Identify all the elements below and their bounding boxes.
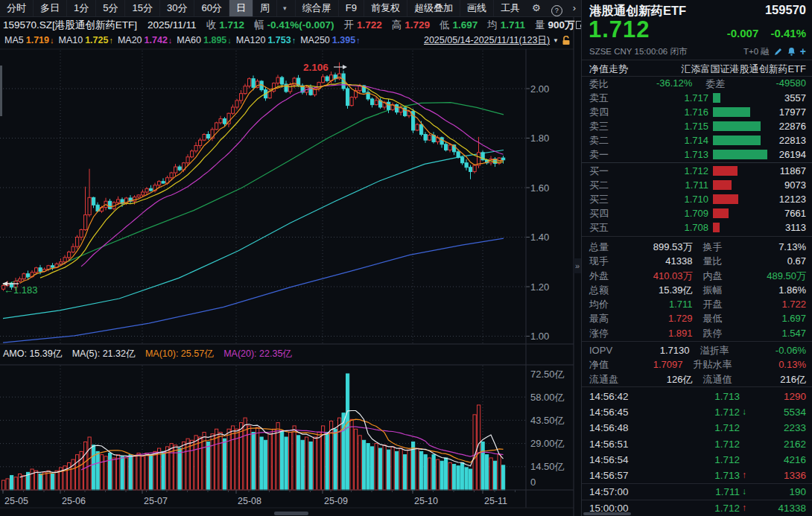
bid-volume-bar	[713, 223, 720, 232]
period-30分[interactable]: 30分	[160, 0, 194, 16]
unlock-icon[interactable]	[562, 36, 571, 45]
bid-row[interactable]: 买四1.7097661	[582, 206, 812, 220]
period-多日[interactable]: 多日	[34, 0, 67, 16]
ask-row[interactable]: 卖一1.71326194	[582, 147, 812, 162]
toolbar-前复权[interactable]: 前复权	[364, 0, 407, 16]
nav-trend-link[interactable]: 净值走势	[589, 63, 628, 76]
fund-name-link[interactable]: 汇添富国证港股通创新药ETF	[681, 63, 806, 76]
ask-price[interactable]: 1.717	[616, 91, 708, 105]
bid-price[interactable]: 1.710	[616, 192, 708, 206]
svg-text:25-09: 25-09	[324, 496, 348, 506]
stat-value: 489.50万	[723, 269, 807, 283]
stat-value: 410.03万	[609, 269, 693, 283]
tape-price: 1.713	[653, 389, 740, 404]
gear-icon[interactable]: ⚙	[527, 0, 546, 16]
help-icon[interactable]: ?	[546, 0, 568, 16]
add-icon[interactable]: +	[800, 45, 806, 57]
edit-icon[interactable]	[773, 47, 783, 57]
ma-bar: MA51.719↓MA101.725↑MA201.742↓MA601.895↓M…	[0, 33, 581, 48]
ma-trend-arrow: ↑	[356, 36, 361, 45]
bid-price[interactable]: 1.709	[616, 206, 708, 220]
period-15分[interactable]: 15分	[125, 0, 159, 16]
ma-label: MA20	[118, 35, 142, 45]
bid-size: 12123	[779, 192, 806, 206]
bell-icon[interactable]	[787, 47, 796, 57]
tape-row: 14:56:571.713↑1336	[582, 468, 812, 483]
stat-value: 1.891	[609, 326, 693, 340]
info-value: 1.729	[405, 19, 430, 31]
period-周[interactable]: 周	[253, 0, 277, 16]
period-60分[interactable]: 60分	[194, 0, 229, 16]
toolbar-画线[interactable]: 画线	[460, 0, 493, 16]
ask-price[interactable]: 1.714	[616, 133, 708, 147]
bid-price[interactable]: 1.711	[616, 178, 708, 192]
bottom-scrollbar-thumb[interactable]	[274, 512, 308, 515]
ask-price[interactable]: 1.715	[616, 119, 708, 133]
stat-value: -0.06%	[729, 343, 806, 357]
stat-label: 换手	[703, 240, 723, 254]
period-分时[interactable]: 分时	[0, 0, 34, 16]
bid-volume-bar	[713, 166, 738, 176]
stat-label: 开盘	[703, 297, 723, 311]
bid-label: 买二	[589, 178, 616, 192]
price-change: -0.007 -0.41%	[718, 27, 806, 39]
date-range-selector[interactable]: 2025/05/14-2025/11/11(123日) ▼	[424, 34, 571, 47]
stat-label: 内盘	[703, 269, 723, 283]
toolbar-综合屏[interactable]: 综合屏	[295, 0, 338, 16]
info-fields: 收1.712幅-0.41%(-0.007)开1.722高1.729低1.697均…	[197, 19, 575, 32]
tape-time: 14:57:00	[589, 484, 653, 500]
ask-row[interactable]: 卖二1.71422813	[582, 133, 812, 147]
bid-price[interactable]: 1.712	[616, 164, 708, 178]
info-label: 量	[535, 19, 545, 31]
ma-label: MA10	[58, 35, 83, 45]
period-dropdown-caret[interactable]: ▾	[277, 4, 293, 12]
period-日[interactable]: 日	[229, 0, 253, 16]
bid-row[interactable]: 买五1.7083113	[582, 220, 812, 235]
stat-label: 最高	[589, 311, 609, 325]
ask-row[interactable]: 卖三1.71522876	[582, 119, 812, 133]
tape-time: 14:56:51	[589, 436, 653, 452]
info-value: 1.722	[357, 19, 382, 31]
quote-panel: 港股通创新药ETF 159570 1.712 -0.007 -0.41% SZS…	[581, 0, 812, 516]
stat-row: 净值1.7097升贴水率0.13%	[582, 357, 812, 372]
toolbar-超级叠加[interactable]: 超级叠加	[407, 0, 460, 16]
ask-label: 卖三	[589, 119, 616, 133]
stats-block-1: 总量899.53万换手7.13%现手41338量比0.67外盘410.03万内盘…	[582, 240, 812, 340]
left-scrollbar-thumb[interactable]	[0, 66, 2, 116]
weibi-value: -36.12%	[612, 77, 693, 91]
bid-price[interactable]: 1.708	[616, 220, 708, 235]
stat-label: 流通值	[703, 372, 732, 386]
toolbar-工具[interactable]: 工具	[493, 0, 527, 16]
period-1分[interactable]: 1分	[67, 0, 96, 16]
ask-row[interactable]: 卖四1.71617977	[582, 105, 812, 119]
ask-row[interactable]: 卖五1.7173557	[582, 91, 812, 105]
ma-trend-arrow: ↓	[168, 36, 173, 45]
stat-label: 振幅	[703, 283, 723, 297]
tape-down-arrow-icon: ↓	[742, 404, 754, 420]
stat-label: 跌停	[703, 326, 723, 340]
chevron-right-icon[interactable]: ›	[568, 0, 581, 16]
bid-row[interactable]: 买二1.7119073	[582, 178, 812, 192]
bid-row[interactable]: 买一1.71211867	[582, 164, 812, 178]
tape-volume: 4216	[754, 452, 806, 468]
toolbar-F9[interactable]: F9	[338, 0, 364, 16]
kline-chart[interactable]: 2.001.801.601.401.201.0072.50亿58.00亿43.5…	[0, 0, 581, 516]
ask-volume-bar	[713, 121, 761, 131]
weicha-label: 委差	[705, 77, 725, 91]
info-label: 幅	[254, 19, 264, 31]
ask-size: 22876	[779, 119, 806, 133]
ask-price[interactable]: 1.716	[616, 105, 708, 119]
bid-size: 9073	[784, 178, 806, 192]
date-range-label: 2025/05/14-2025/11/11(123日)	[424, 34, 550, 47]
period-5分[interactable]: 5分	[96, 0, 125, 16]
panel-scrollbar-thumb[interactable]	[583, 512, 631, 515]
ma-label: MA250	[300, 35, 330, 45]
volume-indicator-labels: AMO: 15.39亿 MA(5): 21.32亿 MA(10): 25.57亿…	[3, 348, 299, 360]
toolbar-periods: 分时多日1分5分15分30分60分日周	[0, 0, 277, 16]
ask-label: 卖一	[589, 147, 616, 162]
panel-collapse-handle[interactable]: »	[574, 258, 581, 273]
weicha-value: -49580	[725, 77, 806, 91]
stat-label: 量比	[703, 254, 723, 268]
bid-row[interactable]: 买三1.71012123	[582, 192, 812, 206]
ask-price[interactable]: 1.713	[616, 147, 708, 162]
